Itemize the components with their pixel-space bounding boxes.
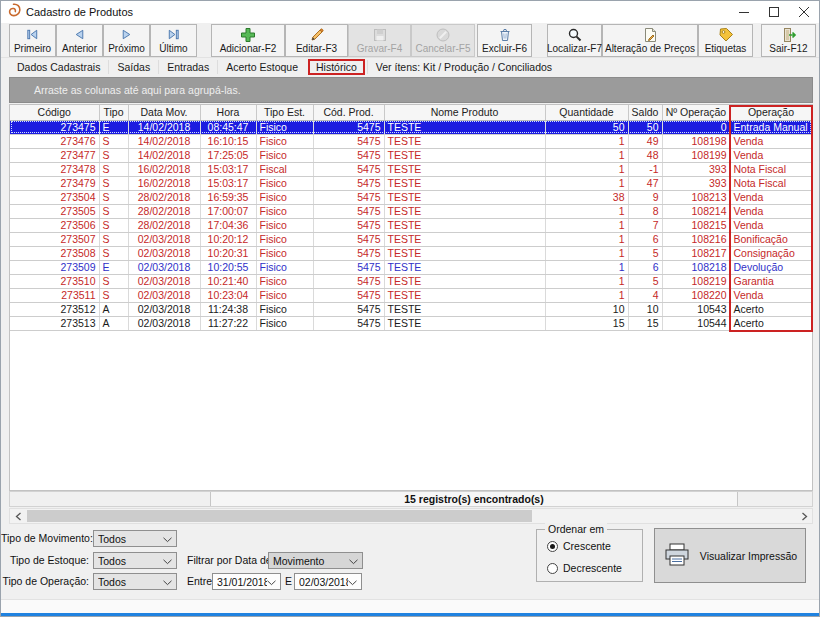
- cell-operacao[interactable]: Acerto: [730, 316, 812, 330]
- alteracao-button[interactable]: Alteração de Preços: [602, 24, 698, 57]
- cell-hora[interactable]: 17:25:05: [200, 148, 256, 162]
- cell-codigo[interactable]: 273504: [10, 190, 99, 204]
- visualizar-impressao-button[interactable]: Visualizar Impressão: [654, 528, 806, 583]
- cell-quantidade[interactable]: 10: [545, 302, 628, 316]
- cell-tipo[interactable]: S: [99, 274, 128, 288]
- cell-tipo[interactable]: S: [99, 190, 128, 204]
- cell-n-operacao[interactable]: 108220: [662, 288, 730, 302]
- cell-nome-produto[interactable]: TESTE: [384, 218, 545, 232]
- cell-codigo[interactable]: 273476: [10, 134, 99, 148]
- cell-data-mov[interactable]: 02/03/2018: [128, 246, 200, 260]
- cell-tipo-est[interactable]: Fisico: [256, 204, 313, 218]
- scroll-right-icon[interactable]: [796, 509, 812, 523]
- etiquetas-button[interactable]: Etiquetas: [698, 24, 753, 57]
- cell-cod-prod[interactable]: 5475: [313, 190, 384, 204]
- cell-nome-produto[interactable]: TESTE: [384, 204, 545, 218]
- cell-nome-produto[interactable]: TESTE: [384, 120, 545, 134]
- cell-hora[interactable]: 17:00:07: [200, 204, 256, 218]
- cell-data-mov[interactable]: 02/03/2018: [128, 274, 200, 288]
- cell-codigo[interactable]: 273509: [10, 260, 99, 274]
- grid-row[interactable]: 273509E02/03/201810:20:55Fisico5475TESTE…: [10, 260, 812, 274]
- cell-n-operacao[interactable]: 108199: [662, 148, 730, 162]
- cell-operacao[interactable]: Venda: [730, 218, 812, 232]
- cell-saldo[interactable]: 6: [628, 232, 662, 246]
- excluir-button[interactable]: Excluir-F6: [477, 24, 532, 57]
- cell-tipo[interactable]: E: [99, 120, 128, 134]
- cell-tipo[interactable]: A: [99, 316, 128, 330]
- cell-n-operacao[interactable]: 10544: [662, 316, 730, 330]
- grid-row[interactable]: 273476S14/02/201816:10:15Fisico5475TESTE…: [10, 134, 812, 148]
- cell-hora[interactable]: 10:20:31: [200, 246, 256, 260]
- cell-operacao[interactable]: Bonificação: [730, 232, 812, 246]
- cell-quantidade[interactable]: 50: [545, 120, 628, 134]
- grid-row[interactable]: 273477S14/02/201817:25:05Fisico5475TESTE…: [10, 148, 812, 162]
- cell-operacao[interactable]: Venda: [730, 204, 812, 218]
- cell-nome-produto[interactable]: TESTE: [384, 232, 545, 246]
- cell-tipo-est[interactable]: Fisico: [256, 190, 313, 204]
- cell-n-operacao[interactable]: 108213: [662, 190, 730, 204]
- cell-codigo[interactable]: 273511: [10, 288, 99, 302]
- cell-hora[interactable]: 10:21:40: [200, 274, 256, 288]
- cell-operacao[interactable]: Nota Fiscal: [730, 176, 812, 190]
- cell-tipo-est[interactable]: Fiscal: [256, 162, 313, 176]
- column-header-quantidade[interactable]: Quantidade: [545, 105, 628, 120]
- radio-crescente[interactable]: Crescente: [547, 540, 611, 552]
- cell-operacao[interactable]: Consignação: [730, 246, 812, 260]
- cell-codigo[interactable]: 273475: [10, 120, 99, 134]
- column-header-operacao[interactable]: Operação: [730, 105, 812, 120]
- cell-hora[interactable]: 15:03:17: [200, 176, 256, 190]
- cell-tipo-est[interactable]: Fisico: [256, 176, 313, 190]
- cell-cod-prod[interactable]: 5475: [313, 316, 384, 330]
- cell-hora[interactable]: 16:10:15: [200, 134, 256, 148]
- cell-tipo-est[interactable]: Fisico: [256, 288, 313, 302]
- cell-data-mov[interactable]: 02/03/2018: [128, 288, 200, 302]
- cell-nome-produto[interactable]: TESTE: [384, 260, 545, 274]
- cell-tipo-est[interactable]: Fisico: [256, 316, 313, 330]
- cell-tipo[interactable]: S: [99, 246, 128, 260]
- cell-codigo[interactable]: 273505: [10, 204, 99, 218]
- cell-cod-prod[interactable]: 5475: [313, 246, 384, 260]
- grid-row[interactable]: 273479S16/02/201815:03:17Fisico5475TESTE…: [10, 176, 812, 190]
- cell-codigo[interactable]: 273512: [10, 302, 99, 316]
- grid-row[interactable]: 273512A02/03/201811:24:38Fisico5475TESTE…: [10, 302, 812, 316]
- cell-saldo[interactable]: 49: [628, 134, 662, 148]
- tab-dados-cadastrais[interactable]: Dados Cadastrais: [9, 60, 108, 74]
- cell-cod-prod[interactable]: 5475: [313, 218, 384, 232]
- cell-hora[interactable]: 10:20:55: [200, 260, 256, 274]
- cell-n-operacao[interactable]: 108216: [662, 232, 730, 246]
- cell-codigo[interactable]: 273510: [10, 274, 99, 288]
- cell-data-mov[interactable]: 16/02/2018: [128, 176, 200, 190]
- cell-tipo[interactable]: E: [99, 260, 128, 274]
- cell-quantidade[interactable]: 38: [545, 190, 628, 204]
- cell-tipo-est[interactable]: Fisico: [256, 302, 313, 316]
- cell-hora[interactable]: 10:20:12: [200, 232, 256, 246]
- tab-acerto-estoque[interactable]: Acerto Estoque: [217, 60, 306, 74]
- cell-tipo-est[interactable]: Fisico: [256, 274, 313, 288]
- proximo-button[interactable]: Próximo: [103, 24, 150, 57]
- grid-row[interactable]: 273508S02/03/201810:20:31Fisico5475TESTE…: [10, 246, 812, 260]
- cell-cod-prod[interactable]: 5475: [313, 204, 384, 218]
- sair-button[interactable]: Sair-F12: [761, 24, 816, 57]
- cell-quantidade[interactable]: 1: [545, 232, 628, 246]
- combo-date-end[interactable]: 02/03/2018: [294, 573, 362, 590]
- combo-tipo-operacao[interactable]: Todos: [93, 573, 177, 590]
- cell-saldo[interactable]: 15: [628, 316, 662, 330]
- grid-row[interactable]: 273475E14/02/201808:45:47Fisico5475TESTE…: [10, 120, 812, 134]
- cell-nome-produto[interactable]: TESTE: [384, 316, 545, 330]
- combo-date-start[interactable]: 31/01/2018: [212, 573, 281, 590]
- column-header-nome-produto[interactable]: Nome Produto: [384, 105, 545, 120]
- grid-row[interactable]: 273507S02/03/201810:20:12Fisico5475TESTE…: [10, 232, 812, 246]
- scrollbar-thumb[interactable]: [27, 510, 532, 522]
- tab-entradas[interactable]: Entradas: [158, 60, 217, 74]
- tab-saidas[interactable]: Saídas: [108, 60, 158, 74]
- cell-saldo[interactable]: 47: [628, 176, 662, 190]
- cell-tipo[interactable]: S: [99, 176, 128, 190]
- column-header-saldo[interactable]: Saldo: [628, 105, 662, 120]
- cell-hora[interactable]: 11:24:38: [200, 302, 256, 316]
- cell-quantidade[interactable]: 1: [545, 176, 628, 190]
- cell-data-mov[interactable]: 02/03/2018: [128, 232, 200, 246]
- cell-nome-produto[interactable]: TESTE: [384, 148, 545, 162]
- anterior-button[interactable]: Anterior: [56, 24, 103, 57]
- cell-quantidade[interactable]: 1: [545, 274, 628, 288]
- close-button[interactable]: [789, 1, 819, 23]
